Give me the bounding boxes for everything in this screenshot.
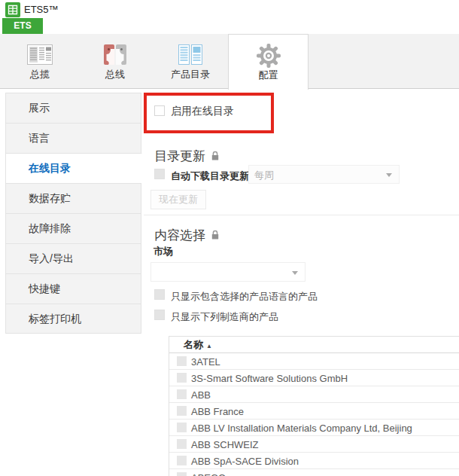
table-row[interactable]: ABB LV Installation Materials Company Lt… — [169, 420, 459, 436]
bus-icon — [102, 43, 129, 67]
tab-overview-label: 总揽 — [2, 68, 78, 81]
row-checkbox[interactable] — [177, 423, 187, 432]
tab-catalogs[interactable]: 产品目录 — [153, 34, 228, 88]
table-row[interactable]: ABEGO — [169, 469, 459, 476]
table-row[interactable]: ABB — [169, 386, 459, 403]
only-selected-language-label: 只显示包含选择的产品语言的产品 — [171, 290, 318, 304]
update-interval-dropdown[interactable]: 每周 — [248, 165, 400, 184]
market-label: 市场 — [154, 245, 173, 258]
name-column-header[interactable]: 名称▲ — [169, 337, 459, 353]
update-now-button[interactable]: 现在更新 — [150, 190, 206, 209]
tab-settings[interactable]: 配置 — [228, 34, 309, 90]
row-checkbox[interactable] — [177, 472, 187, 476]
table-row[interactable]: 3ATEL — [169, 353, 459, 370]
table-row[interactable]: ABB France — [169, 403, 459, 420]
settings-gear-icon — [255, 44, 282, 68]
row-checkbox[interactable] — [177, 356, 187, 366]
title-bar: ETS5™ — [0, 0, 459, 18]
update-interval-value: 每周 — [254, 169, 274, 182]
tab-bus-label: 总线 — [78, 68, 153, 81]
sidebar-item-presentation[interactable]: 展示 — [5, 93, 141, 123]
tab-settings-label: 配置 — [229, 69, 308, 82]
chevron-down-icon — [386, 173, 392, 177]
only-selected-language-checkbox[interactable] — [154, 289, 165, 300]
lock-icon — [211, 230, 220, 240]
table-row[interactable]: ABB SCHWEIZ — [169, 436, 459, 453]
auto-download-label: 自动下载目录更新 — [171, 169, 249, 183]
settings-sidebar: 展示 语言 在线目录 数据存贮 故障排除 导入/导出 快捷键 标签打印机 — [5, 93, 141, 334]
window-title: ETS5™ — [24, 4, 59, 15]
annotation-highlight-rectangle — [144, 93, 274, 133]
row-checkbox[interactable] — [177, 389, 187, 399]
tab-bus[interactable]: 总线 — [78, 34, 153, 88]
only-listed-manufacturers-checkbox[interactable] — [154, 310, 165, 320]
chevron-down-icon — [292, 271, 298, 275]
sidebar-item-label-printer[interactable]: 标签打印机 — [5, 304, 141, 334]
sidebar-item-shortcuts[interactable]: 快捷键 — [5, 273, 141, 304]
sidebar-item-import-export[interactable]: 导入/导出 — [5, 243, 141, 273]
overview-icon — [26, 43, 53, 67]
section-divider — [144, 215, 459, 215]
sidebar-item-data-storage[interactable]: 数据存贮 — [5, 183, 141, 213]
auto-download-checkbox[interactable] — [154, 169, 165, 179]
sidebar-item-troubleshooting[interactable]: 故障排除 — [5, 213, 141, 243]
row-checkbox[interactable] — [177, 456, 187, 465]
only-listed-manufacturers-label: 只显示下列制造商的产品 — [171, 310, 278, 324]
market-dropdown[interactable] — [150, 262, 305, 282]
table-row[interactable]: ABB SpA-SACE Division — [169, 453, 459, 469]
sidebar-item-language[interactable]: 语言 — [5, 123, 141, 153]
tab-overview[interactable]: 总揽 — [2, 34, 78, 88]
row-checkbox[interactable] — [177, 439, 187, 449]
ets-menu-tab[interactable]: ETS — [2, 18, 43, 34]
sidebar-item-online-catalog[interactable]: 在线目录 — [5, 153, 142, 183]
catalogs-icon — [177, 43, 204, 67]
lock-icon — [211, 151, 220, 161]
ets-logo-icon — [5, 2, 20, 17]
sort-ascending-icon: ▲ — [206, 343, 212, 349]
catalog-update-section-title: 目录更新 — [154, 148, 220, 165]
table-row[interactable]: 3S-Smart Software Solutions GmbH — [169, 370, 459, 386]
tab-catalogs-label: 产品目录 — [153, 68, 228, 81]
manufacturers-table: 名称▲ 3ATEL 3S-Smart Software Solutions Gm… — [169, 336, 459, 476]
row-checkbox[interactable] — [177, 406, 187, 416]
row-checkbox[interactable] — [177, 373, 187, 383]
content-selection-section-title: 内容选择 — [154, 227, 220, 244]
